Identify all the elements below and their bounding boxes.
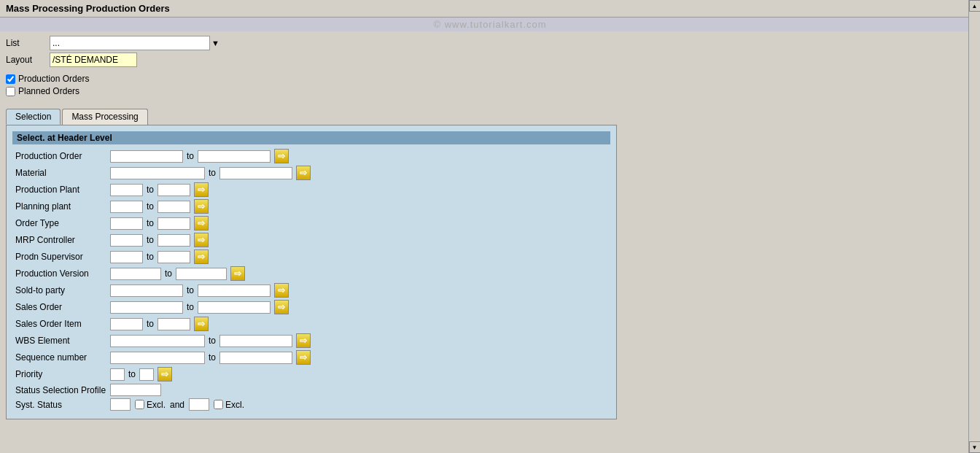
layout-label: Layout	[6, 55, 50, 65]
arrow-btn-10[interactable]	[194, 317, 209, 331]
arrow-btn-12[interactable]	[296, 350, 311, 365]
input-priority-from[interactable]	[110, 368, 125, 381]
input-production-order-from[interactable]	[110, 150, 183, 163]
input-mrp-controller-from[interactable]	[110, 234, 143, 247]
production-orders-checkbox[interactable]	[6, 74, 15, 84]
scroll-up-btn[interactable]: ▲	[969, 0, 981, 12]
input-syst-status-from[interactable]	[110, 398, 131, 411]
list-dropdown-arrow[interactable]: ▼	[211, 39, 219, 47]
input-material-from[interactable]	[110, 167, 205, 179]
arrow-btn-7[interactable]	[230, 266, 245, 281]
input-prodn-supervisor-from[interactable]	[110, 251, 143, 263]
excl-checkbox-1[interactable]	[135, 400, 144, 409]
excl-label-1: Excl.	[147, 400, 166, 410]
arrow-btn-3[interactable]	[194, 199, 209, 214]
label-planning-plant: Planning plant	[15, 201, 110, 212]
to-label-2: to	[147, 185, 154, 195]
arrow-btn-2[interactable]	[194, 182, 209, 197]
input-sales-order-to[interactable]	[198, 301, 271, 314]
input-sold-to-party-from[interactable]	[110, 284, 183, 297]
excl-label-2: Excl.	[225, 400, 244, 410]
page-title: Mass Processing Production Orders	[6, 3, 170, 14]
label-production-plant: Production Plant	[15, 185, 110, 195]
input-production-plant-to[interactable]	[158, 184, 190, 196]
input-wbs-element-from[interactable]	[110, 335, 205, 347]
label-status-selection-profile: Status Selection Profile	[15, 385, 110, 395]
field-row-wbs-element: WBS Element to	[12, 333, 610, 348]
to-label-1: to	[209, 168, 216, 178]
layout-input[interactable]	[50, 53, 137, 67]
input-production-version-to[interactable]	[176, 268, 227, 280]
input-wbs-element-to[interactable]	[219, 335, 292, 347]
to-label-13: to	[128, 369, 136, 379]
planned-orders-checkbox[interactable]	[6, 87, 15, 96]
input-planning-plant-to[interactable]	[158, 201, 190, 213]
scrollbar: ▲ ▼	[968, 0, 980, 453]
tabs-row: Selection Mass Processing	[6, 109, 974, 125]
excl-checkbox-2[interactable]	[214, 400, 223, 409]
to-label-4: to	[147, 218, 154, 228]
input-sequence-number-to[interactable]	[219, 352, 292, 364]
input-material-to[interactable]	[219, 167, 292, 179]
label-order-type: Order Type	[15, 218, 110, 228]
label-sales-order-item: Sales Order Item	[15, 319, 110, 329]
excl-group-1: Excl.	[135, 400, 166, 410]
tab-mass-processing[interactable]: Mass Processing	[62, 109, 147, 125]
arrow-btn-9[interactable]	[274, 300, 289, 314]
label-sales-order: Sales Order	[15, 302, 110, 312]
watermark-text: © www.tutorialkart.com	[433, 19, 546, 30]
planned-orders-label: Planned Orders	[18, 86, 79, 96]
input-order-type-to[interactable]	[158, 217, 190, 230]
input-planning-plant-from[interactable]	[110, 201, 143, 213]
to-label-5: to	[147, 235, 154, 245]
field-row-status-selection-profile: Status Selection Profile	[12, 384, 610, 396]
field-row-sales-order-item: Sales Order Item to	[12, 317, 610, 331]
to-label-12: to	[209, 352, 216, 363]
tab-selection[interactable]: Selection	[6, 109, 61, 125]
scroll-down-btn[interactable]: ▼	[969, 441, 981, 453]
field-row-syst-status: Syst. Status Excl. and Excl.	[12, 398, 610, 411]
arrow-btn-0[interactable]	[274, 149, 289, 163]
excl-group-2: Excl.	[214, 400, 244, 410]
field-row-prodn-supervisor: Prodn Supervisor to	[12, 249, 610, 264]
label-sequence-number: Sequence number	[15, 352, 110, 363]
input-sold-to-party-to[interactable]	[198, 284, 271, 297]
arrow-btn-13[interactable]	[158, 367, 172, 382]
arrow-btn-5[interactable]	[194, 233, 209, 247]
input-sequence-number-from[interactable]	[110, 352, 205, 364]
arrow-btn-1[interactable]	[296, 166, 311, 180]
input-prodn-supervisor-to[interactable]	[158, 251, 190, 263]
input-status-selection-profile[interactable]	[110, 384, 161, 396]
input-sales-order-item-to[interactable]	[158, 318, 190, 330]
input-syst-status-to[interactable]	[189, 398, 209, 411]
to-label-11: to	[209, 336, 216, 346]
section-header: Select. at Header Level	[12, 131, 610, 144]
field-row-production-plant: Production Plant to	[12, 182, 610, 197]
label-prodn-supervisor: Prodn Supervisor	[15, 252, 110, 262]
field-row-material: Material to	[12, 166, 610, 180]
input-production-plant-from[interactable]	[110, 184, 143, 196]
input-mrp-controller-to[interactable]	[158, 234, 190, 247]
label-sold-to-party: Sold-to party	[15, 285, 110, 295]
field-row-sold-to-party: Sold-to party to	[12, 283, 610, 298]
input-production-order-to[interactable]	[198, 150, 271, 163]
field-row-production-version: Production Version to	[12, 266, 610, 281]
field-row-mrp-controller: MRP Controller to	[12, 233, 610, 247]
input-production-version-from[interactable]	[110, 268, 161, 280]
input-sales-order-from[interactable]	[110, 301, 183, 314]
arrow-btn-11[interactable]	[296, 333, 311, 348]
title-bar: Mass Processing Production Orders	[0, 0, 980, 18]
field-row-production-order: Production Order to	[12, 149, 610, 163]
production-orders-label: Production Orders	[18, 74, 89, 84]
input-priority-to[interactable]	[139, 368, 154, 381]
to-label-0: to	[187, 151, 194, 161]
input-order-type-from[interactable]	[110, 217, 143, 230]
input-sales-order-item-from[interactable]	[110, 318, 143, 330]
label-priority: Priority	[15, 369, 110, 379]
arrow-btn-6[interactable]	[194, 249, 209, 264]
field-row-priority: Priority to	[12, 367, 610, 382]
arrow-btn-4[interactable]	[194, 216, 209, 231]
list-label: List	[6, 38, 50, 48]
list-input[interactable]	[50, 36, 210, 50]
arrow-btn-8[interactable]	[274, 283, 289, 298]
